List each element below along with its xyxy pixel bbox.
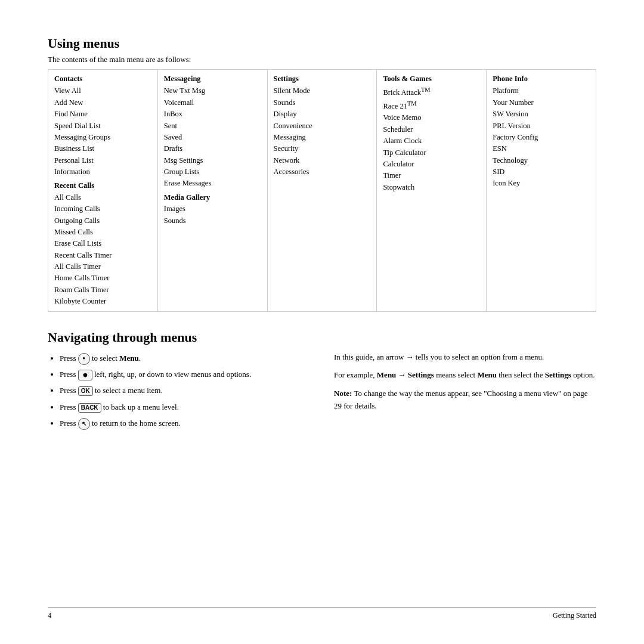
- menu-item: Scheduler: [383, 124, 480, 135]
- using-menus-title: Using menus: [48, 36, 596, 51]
- note-label: Note:: [334, 389, 354, 398]
- messageing-header: Messageing: [164, 73, 261, 85]
- menu-col-settings: Settings Silent Mode Sounds Display Conv…: [268, 70, 377, 311]
- action-label: to return to the home screen.: [92, 419, 181, 428]
- tools-header: Tools & Games: [383, 73, 480, 85]
- menu-item: Voice Memo: [383, 112, 480, 123]
- menu-item: Roam Calls Timer: [54, 284, 151, 296]
- menu-item: Group Lists: [164, 166, 261, 178]
- using-menus-section: Using menus The contents of the main men…: [48, 36, 596, 330]
- menu-item: Network: [274, 155, 371, 166]
- footer-page-number: 4: [48, 611, 51, 620]
- menu-item: Erase Messages: [164, 178, 261, 189]
- menu-item: SID: [493, 166, 590, 178]
- menu-item: Alarm Clock: [383, 135, 480, 147]
- nav-right-para-1: In this guide, an arrow → tells you to s…: [334, 351, 596, 364]
- nav-list-item-4: Press BACK to back up a menu level.: [60, 400, 310, 414]
- menu-item: Saved: [164, 132, 261, 143]
- menu-item: Silent Mode: [274, 85, 371, 97]
- nav-list-item-5: Press ↖ to return to the home screen.: [60, 416, 310, 430]
- nav-right-para-3: Note: To change the way the menus appear…: [334, 388, 596, 413]
- footer-label: Getting Started: [553, 611, 596, 620]
- menu-item: Information: [54, 166, 151, 178]
- footer: 4 Getting Started: [48, 607, 596, 620]
- phone-info-header: Phone Info: [493, 73, 590, 85]
- nav-list-item-2: Press ⬢ left, right, up, or down to view…: [60, 367, 310, 381]
- menu-item: Tip Calculator: [383, 147, 480, 159]
- menu-item: Factory Config: [493, 132, 590, 143]
- menu-item: Personal List: [54, 155, 151, 166]
- action-label: to select a menu item.: [95, 386, 163, 395]
- menu-item: Kilobyte Counter: [54, 296, 151, 307]
- menu-item: SW Version: [493, 109, 590, 120]
- menu-item: Race 21TM: [383, 99, 480, 113]
- navigating-section: Navigating through menus Press ● to sele…: [48, 330, 596, 433]
- menu-item: Incoming Calls: [54, 203, 151, 215]
- menu-item: Platform: [493, 85, 590, 97]
- menu-item: Voicemail: [164, 97, 261, 109]
- back-button-icon: BACK: [78, 403, 101, 413]
- press-label: Press: [60, 402, 78, 411]
- menu-item: Images: [164, 203, 261, 215]
- action-label: to select Menu.: [92, 354, 141, 363]
- menu-item: Timer: [383, 170, 480, 181]
- menu-item: Convenience: [274, 120, 371, 132]
- menu-item: View All: [54, 85, 151, 97]
- menu-table: Contacts View All Add New Find Name Spee…: [48, 69, 596, 312]
- menu-item: Business List: [54, 143, 151, 154]
- menu-col-messageing: Messageing New Txt Msg Voicemail InBox S…: [158, 70, 268, 311]
- menu-item: Home Calls Timer: [54, 273, 151, 284]
- menu-item: Add New: [54, 97, 151, 109]
- nav-list-item-3: Press OK to select a menu item.: [60, 383, 310, 397]
- action-label: left, right, up, or down to view menus a…: [94, 370, 251, 379]
- menu-item: Technology: [493, 155, 590, 166]
- menu-item: Icon Key: [493, 178, 590, 189]
- recent-calls-header: Recent Calls: [54, 180, 151, 191]
- menu-item: Missed Calls: [54, 227, 151, 238]
- press-label: Press: [60, 386, 78, 395]
- menu-item: All Calls: [54, 192, 151, 203]
- nav-list: Press ● to select Menu. Press ⬢ left, ri…: [48, 351, 310, 431]
- menu-item: Sounds: [274, 97, 371, 109]
- nav-button-icon: ⬢: [78, 370, 92, 380]
- nav-list-item-1: Press ● to select Menu.: [60, 351, 310, 365]
- menu-item: Messaging Groups: [54, 132, 151, 143]
- using-menus-intro: The contents of the main menu are as fol…: [48, 55, 596, 64]
- menu-item: Messaging: [274, 132, 371, 143]
- nav-right: In this guide, an arrow → tells you to s…: [334, 351, 596, 433]
- menu-item: All Calls Timer: [54, 261, 151, 273]
- press-label: Press: [60, 354, 78, 363]
- menu-item: InBox: [164, 109, 261, 120]
- menu-item: Stopwatch: [383, 182, 480, 193]
- menu-item: ESN: [493, 143, 590, 154]
- menu-item: Your Number: [493, 97, 590, 109]
- menu-item: Sounds: [164, 215, 261, 227]
- action-label: to back up a menu level.: [103, 402, 179, 411]
- menu-col-contacts: Contacts View All Add New Find Name Spee…: [48, 70, 158, 311]
- end-button-icon: ↖: [78, 418, 90, 430]
- menu-item: Drafts: [164, 143, 261, 154]
- menu-item: Find Name: [54, 109, 151, 120]
- menu-item: Accessories: [274, 166, 371, 178]
- press-label: Press: [60, 419, 78, 428]
- contacts-header: Contacts: [54, 73, 151, 85]
- menu-col-phone-info: Phone Info Platform Your Number SW Versi…: [487, 70, 596, 311]
- settings-header: Settings: [274, 73, 371, 85]
- menu-item: Speed Dial List: [54, 120, 151, 132]
- menu-item: Sent: [164, 120, 261, 132]
- menu-item: Security: [274, 143, 371, 154]
- press-label: Press: [60, 370, 78, 379]
- nav-left: Press ● to select Menu. Press ⬢ left, ri…: [48, 351, 310, 433]
- menu-item: Recent Calls Timer: [54, 250, 151, 261]
- menu-item: New Txt Msg: [164, 85, 261, 97]
- menu-item: Erase Call Lists: [54, 238, 151, 249]
- menu-item: Display: [274, 109, 371, 120]
- menu-item: Msg Settings: [164, 155, 261, 166]
- media-gallery-header: Media Gallery: [164, 192, 261, 203]
- menu-item: Calculator: [383, 159, 480, 170]
- menu-item: Outgoing Calls: [54, 215, 151, 227]
- menu-item: Brick AttackTM: [383, 85, 480, 99]
- menu-button-icon: ●: [78, 353, 90, 365]
- navigating-title: Navigating through menus: [48, 330, 596, 345]
- menu-col-tools: Tools & Games Brick AttackTM Race 21TM V…: [377, 70, 487, 311]
